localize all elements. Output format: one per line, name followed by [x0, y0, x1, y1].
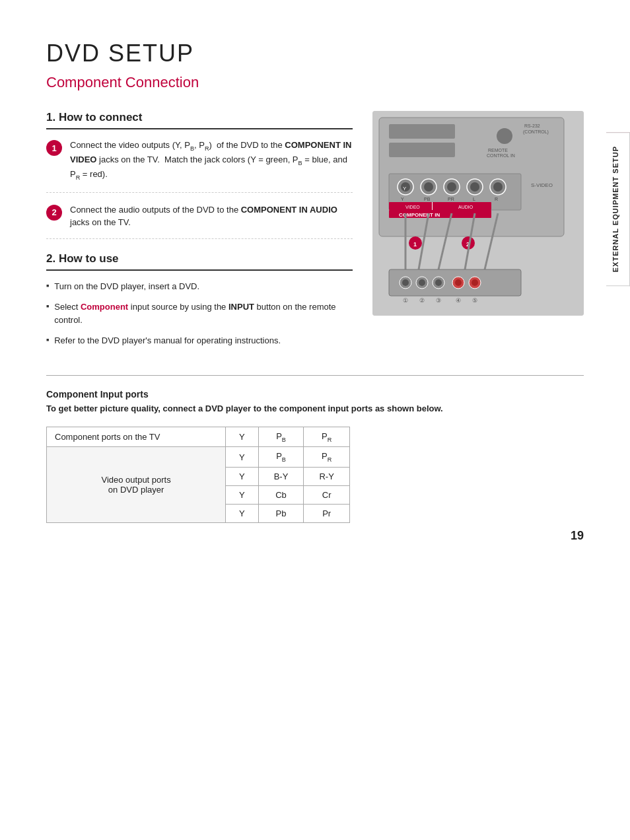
- page-container: EXTERNAL EQUIPMENT SETUP DVD SETUP Compo…: [0, 0, 630, 563]
- left-column: 1. How to connect 1 Connect the video ou…: [46, 111, 353, 355]
- svg-text:⑤: ⑤: [472, 297, 477, 304]
- component-ports-section: Component Input ports To get better pict…: [46, 375, 584, 523]
- table-row1-col3: PR: [304, 447, 350, 468]
- table-row2-col3: R-Y: [304, 467, 350, 485]
- svg-text:PB: PB: [424, 197, 431, 201]
- component-ports-title: Component Input ports: [46, 389, 584, 400]
- step-1-number: 1: [52, 143, 56, 153]
- svg-text:①: ①: [403, 297, 408, 304]
- table-row1-col1: Y: [226, 447, 259, 468]
- svg-text:RS-232: RS-232: [524, 123, 540, 128]
- table-header-col3: PR: [304, 427, 350, 447]
- svg-text:④: ④: [456, 297, 461, 304]
- how-to-use-section: 2. How to use Turn on the DVD player, in…: [46, 252, 353, 347]
- step-1: 1 Connect the video outputs (Y, PB, PR) …: [46, 139, 353, 193]
- main-title: DVD SETUP: [46, 40, 584, 67]
- svg-text:Y: Y: [401, 197, 404, 201]
- svg-text:AUDIO: AUDIO: [458, 205, 473, 209]
- table-row-1: Video output portson DVD player Y PB PR: [47, 447, 350, 468]
- svg-text:③: ③: [436, 297, 441, 304]
- use-bullet-1: Turn on the DVD player, insert a DVD.: [46, 280, 353, 293]
- tv-svg: REMOTE CONTROL IN RS-232 (CONTROL) Y: [372, 111, 584, 316]
- svg-rect-29: [432, 202, 433, 210]
- svg-text:②: ②: [419, 297, 425, 304]
- step-2: 2 Connect the audio outputs of the DVD t…: [46, 203, 353, 239]
- svg-point-4: [497, 128, 512, 144]
- page-number: 19: [571, 529, 584, 543]
- step-2-circle: 2: [46, 205, 62, 221]
- how-to-use-title: 2. How to use: [46, 252, 353, 271]
- svg-rect-2: [389, 124, 455, 139]
- use-bullet-3: Refer to the DVD player's manual for ope…: [46, 334, 353, 347]
- svg-text:L: L: [473, 197, 475, 201]
- svg-text:VIDEO: VIDEO: [405, 205, 420, 209]
- how-to-use-list: Turn on the DVD player, insert a DVD. Se…: [46, 280, 353, 347]
- table-row3-col1: Y: [226, 485, 259, 504]
- svg-point-16: [447, 182, 456, 192]
- table-header-col0: Component ports on the TV: [47, 427, 226, 447]
- table-row4-col1: Y: [226, 504, 259, 522]
- right-column: REMOTE CONTROL IN RS-232 (CONTROL) Y: [372, 111, 584, 355]
- table-row2-col2: B-Y: [258, 467, 304, 485]
- use-bullet-2: Select Component input source by using t…: [46, 300, 353, 326]
- side-tab: EXTERNAL EQUIPMENT SETUP: [606, 132, 630, 286]
- svg-point-18: [470, 182, 479, 192]
- svg-text:CONTROL IN: CONTROL IN: [487, 153, 515, 158]
- table-row2-col1: Y: [226, 467, 259, 485]
- component-ports-table: Component ports on the TV Y PB PR Video …: [46, 427, 350, 523]
- svg-point-52: [472, 279, 478, 286]
- svg-point-46: [419, 279, 425, 286]
- table-header-row: Component ports on the TV Y PB PR: [47, 427, 350, 447]
- svg-rect-26: [389, 202, 491, 210]
- svg-point-14: [424, 182, 433, 192]
- svg-text:R: R: [495, 197, 498, 201]
- svg-text:REMOTE: REMOTE: [488, 148, 508, 153]
- side-tab-label: EXTERNAL EQUIPMENT SETUP: [612, 146, 619, 272]
- svg-text:(CONTROL): (CONTROL): [523, 129, 549, 135]
- content-area: 1. How to connect 1 Connect the video ou…: [46, 111, 584, 355]
- step-2-number: 2: [52, 207, 56, 217]
- table-left-label: Video output portson DVD player: [47, 447, 226, 523]
- how-to-connect-section: 1. How to connect 1 Connect the video ou…: [46, 111, 353, 239]
- table-row4-col3: Pr: [304, 504, 350, 522]
- component-ports-desc: To get better picture quality, connect a…: [46, 403, 584, 413]
- table-row3-col2: Cb: [258, 485, 304, 504]
- section-subtitle: Component Connection: [46, 74, 584, 91]
- svg-point-20: [493, 182, 503, 192]
- svg-text:Y: Y: [403, 186, 407, 192]
- svg-point-44: [402, 279, 409, 286]
- table-row3-col3: Cr: [304, 485, 350, 504]
- svg-point-50: [455, 279, 462, 286]
- svg-text:PR: PR: [448, 197, 454, 201]
- svg-rect-3: [389, 143, 455, 157]
- step-1-circle: 1: [46, 140, 62, 156]
- table-row4-col2: Pb: [258, 504, 304, 522]
- step-1-text: Connect the video outputs (Y, PB, PR) of…: [70, 139, 353, 183]
- table-header-col2: PB: [258, 427, 304, 447]
- step-2-text: Connect the audio outputs of the DVD to …: [70, 203, 353, 229]
- how-to-connect-title: 1. How to connect: [46, 111, 353, 129]
- svg-point-48: [435, 279, 442, 286]
- tv-illustration: REMOTE CONTROL IN RS-232 (CONTROL) Y: [372, 111, 584, 316]
- table-header-col1: Y: [226, 427, 259, 447]
- svg-text:S-VIDEO: S-VIDEO: [531, 182, 553, 188]
- table-row1-col2: PB: [258, 447, 304, 468]
- svg-text:1: 1: [413, 241, 417, 248]
